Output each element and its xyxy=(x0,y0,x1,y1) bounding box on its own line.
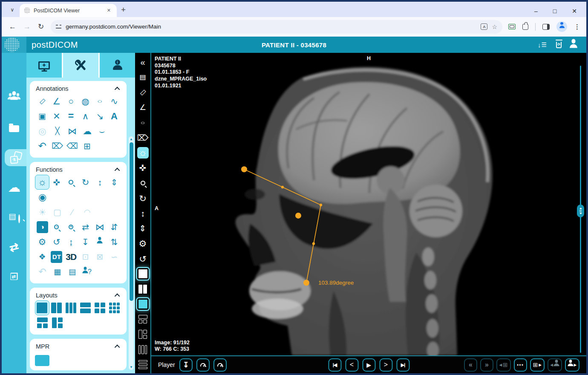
recycle-bin-icon[interactable]: ⟳ xyxy=(556,42,562,48)
layout-1x2-button[interactable] xyxy=(137,283,149,295)
layout-1x1-button[interactable] xyxy=(35,300,49,315)
threed-tool[interactable]: 3D xyxy=(64,249,78,264)
flip-vertical-tool[interactable]: ⇵ xyxy=(107,219,121,234)
window-minimize-button[interactable]: – xyxy=(534,8,538,14)
zoom-tool[interactable] xyxy=(137,177,149,189)
window-level-tool[interactable]: ☼ xyxy=(137,147,149,159)
profile-avatar[interactable] xyxy=(556,21,567,32)
layout-1x2-button[interactable] xyxy=(49,300,64,315)
sidebar-item-patients[interactable] xyxy=(2,89,26,107)
rectangle-tool[interactable]: ▣ xyxy=(35,109,49,124)
sidebar-item-cloud-upload[interactable]: ☁↑ xyxy=(2,179,26,196)
eraser-tool[interactable]: ⌦ xyxy=(137,132,149,144)
closed-freehand-tool[interactable]: ☁ xyxy=(80,124,95,138)
auto-window-tool[interactable]: ↺ xyxy=(137,253,149,265)
next-button[interactable]: > xyxy=(379,358,392,372)
ellipse-tool[interactable]: ○ xyxy=(137,117,149,128)
layout-1top-2bottom-button[interactable] xyxy=(137,314,149,325)
mirror-horizontal-tool[interactable]: ⋈ xyxy=(92,219,107,234)
sidebar-item-worklist[interactable]: ▤ xyxy=(2,209,26,226)
layout-1x3-button[interactable] xyxy=(137,344,149,355)
sort-images-tool[interactable]: ⇅ xyxy=(107,234,121,249)
next-patient-button[interactable]: ▶ xyxy=(565,358,579,372)
parallel-lines-tool[interactable]: = xyxy=(64,109,78,124)
last-button[interactable]: ▶| xyxy=(396,358,409,372)
collapse-vertical-tool[interactable]: ↧ xyxy=(78,234,92,249)
ruler-tool[interactable]: ▭ xyxy=(35,94,49,109)
tab-search-chevron-icon[interactable]: ∨ xyxy=(7,4,18,15)
side-panel-icon[interactable] xyxy=(542,24,550,30)
layout-3x3-button[interactable] xyxy=(107,300,121,315)
cobb-angle-tool[interactable]: ⋈ xyxy=(65,124,80,138)
next-stack-button[interactable]: ⊞▶ xyxy=(530,358,545,372)
pan-tool[interactable]: ✜ xyxy=(49,175,64,190)
browser-menu-icon[interactable]: ⋮ xyxy=(574,23,580,31)
dt-tool[interactable]: DT xyxy=(51,251,62,263)
layout-1left-2right-button[interactable] xyxy=(50,315,65,330)
flip-page-tool[interactable]: ⇄ xyxy=(78,219,93,234)
expand-vertical-tool[interactable]: ↨ xyxy=(64,234,78,249)
site-settings-icon[interactable] xyxy=(56,25,61,29)
window-close-button[interactable]: ✕ xyxy=(572,8,577,14)
back-button[interactable]: ← xyxy=(9,23,16,31)
collapse-chevron-icon[interactable] xyxy=(115,167,120,173)
zoom-out-tool[interactable]: − xyxy=(49,219,64,234)
window-level-tool[interactable]: ☼ xyxy=(35,175,49,190)
screenshot-icon[interactable] xyxy=(508,24,516,29)
tab-patient-info[interactable]: i xyxy=(100,53,135,78)
layout-2x2-button[interactable] xyxy=(92,300,107,315)
rotate-tool[interactable]: ↻ xyxy=(78,175,93,190)
url-text[interactable]: germany.postdicom.com/Viewer/Main xyxy=(66,23,476,30)
layout-1left-2right-button[interactable] xyxy=(137,329,149,340)
save-annotations-tool[interactable]: ⊞ xyxy=(80,138,95,153)
tab-close-icon[interactable]: ✕ xyxy=(105,7,112,14)
ellipse-tool[interactable]: ○ xyxy=(92,94,107,109)
collapse-panel-tool[interactable]: « xyxy=(137,56,149,68)
panel-scrollbar[interactable]: ▲ ▼ xyxy=(129,136,134,370)
layout-2rows-button[interactable] xyxy=(78,300,93,315)
reset-rotation-tool[interactable]: ⚙ xyxy=(35,234,49,249)
window-maximize-button[interactable]: □ xyxy=(553,8,556,14)
angle-measurement[interactable]: 103.89degree xyxy=(151,53,586,355)
shaded-circle-tool[interactable]: ◍ xyxy=(78,94,92,109)
new-tab-button[interactable]: + xyxy=(121,5,126,14)
zoom-tool[interactable] xyxy=(64,175,78,190)
tab-viewer-screens[interactable]: ✚ xyxy=(26,53,63,78)
rotate-tool[interactable]: ↻ xyxy=(137,193,149,204)
pan-tool[interactable]: ✜ xyxy=(137,162,149,174)
auto-window-tool[interactable]: ↺ xyxy=(49,234,64,249)
account-icon[interactable] xyxy=(570,39,577,51)
patient-help-tool[interactable]: ? xyxy=(80,264,95,279)
layout-1x1-button[interactable] xyxy=(137,268,149,280)
circle-tool[interactable]: ○ xyxy=(64,94,78,109)
extensions-icon[interactable] xyxy=(522,24,528,30)
ruler-tool[interactable]: ▭ xyxy=(137,87,149,98)
browser-tab[interactable]: PostDICOM Viewer ✕ xyxy=(20,4,117,17)
stack-scroll-tool[interactable]: ⇕ xyxy=(107,175,121,190)
reload-button[interactable]: ↻ xyxy=(38,22,44,31)
open-angle-tool[interactable]: ╳ xyxy=(50,124,65,138)
save-image-tool[interactable]: ▤ xyxy=(65,264,80,279)
polyline-tool[interactable]: ∧ xyxy=(78,109,92,124)
arrow-tool[interactable]: ↘ xyxy=(92,109,107,124)
cross-ruler-tool[interactable]: ✕ xyxy=(49,109,64,124)
translate-icon[interactable]: A xyxy=(481,23,487,30)
tag-tool[interactable]: ❖ xyxy=(35,249,49,264)
dicom-viewport[interactable]: PATIENT II 0345678 01.01.1853 - F dzne_M… xyxy=(151,53,586,356)
layout-1x3-button[interactable] xyxy=(64,300,78,315)
export-image-tool[interactable]: ▦ xyxy=(50,264,65,279)
speed-up-button[interactable]: + xyxy=(213,358,227,372)
address-bar[interactable]: germany.postdicom.com/Viewer/Main A ☆ xyxy=(51,20,502,34)
layout-3rows-button[interactable] xyxy=(137,359,149,370)
undo-tool[interactable]: ↶ xyxy=(35,138,50,153)
sidebar-item-remote-sync[interactable]: ❐⇄ xyxy=(2,268,26,286)
zoom-in-tool[interactable]: + xyxy=(64,219,78,234)
sidebar-item-folders[interactable] xyxy=(2,119,26,136)
angle-tool[interactable]: ∠ xyxy=(49,94,64,109)
layout-1top-2bottom-button[interactable] xyxy=(35,315,50,330)
sidebar-item-images[interactable]: ⚗ xyxy=(5,149,26,166)
speed-down-button[interactable]: − xyxy=(196,358,210,372)
sidebar-item-transfer[interactable]: ⇄ xyxy=(2,239,26,256)
mpr-thumbnail[interactable] xyxy=(35,355,49,366)
image-stack-slider[interactable] xyxy=(580,66,581,353)
